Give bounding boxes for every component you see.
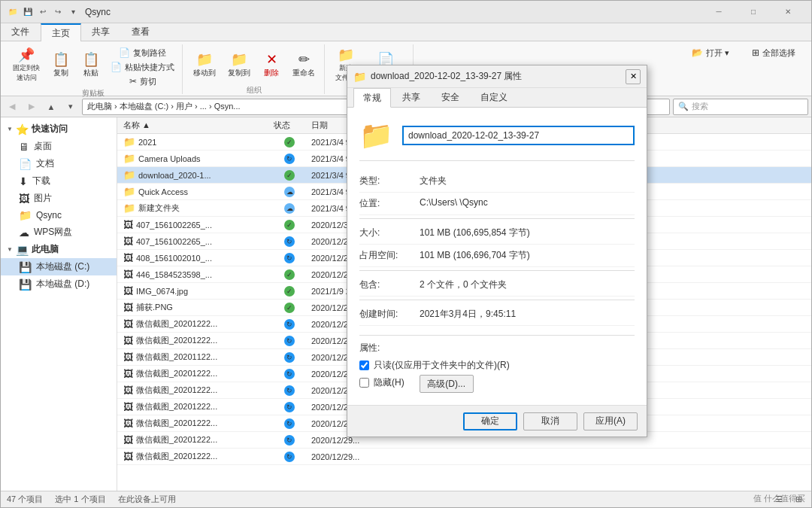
ok-button[interactable]: 确定 (463, 412, 517, 430)
dialog-tab-general[interactable]: 常规 (353, 88, 391, 108)
ribbon-tab-view[interactable]: 查看 (121, 23, 161, 41)
file-name-cell: 🖼 微信截图_20201222... (120, 401, 271, 412)
file-name-cell: 🖼 407_1561002265_... (120, 219, 271, 230)
file-name-cell: 📁 download_2020-1... (120, 169, 271, 181)
prop-size-label: 大小: (359, 222, 420, 245)
ribbon-tab-share[interactable]: 共享 (81, 23, 121, 41)
select-all-label: 全部选择 (762, 47, 795, 59)
copy-to-icon: 📁 (231, 53, 247, 66)
dialog-tab-sharing[interactable]: 共享 (392, 88, 430, 107)
readonly-checkbox[interactable] (359, 360, 369, 370)
copy-path-label: 复制路径 (133, 47, 166, 59)
dialog-close-button[interactable]: ✕ (626, 69, 641, 84)
file-status-cell: ↻ (271, 253, 308, 263)
address-path: 此电脑 › 本地磁盘 (C:) › 用户 › ... › Qsyn... (87, 101, 241, 112)
copy-to-button[interactable]: 📁 复制到 (223, 46, 255, 85)
readonly-label: 只读(仅应用于文件夹中的文件)(R) (374, 359, 510, 372)
file-name: IMG_0674.jpg (136, 287, 188, 296)
prop-contains-label: 包含: (359, 274, 420, 297)
sidebar-quick-access-header[interactable]: ▼ ⭐ 快速访问 (1, 120, 117, 138)
sidebar-item-docs[interactable]: 📄 文档 (1, 155, 117, 172)
undo-icon: ↩ (37, 6, 49, 18)
prop-location-value: C:\Users\ \Qsync (420, 193, 635, 215)
wps-label: WPS网盘 (34, 226, 72, 239)
move-to-button[interactable]: 📁 移动到 (189, 46, 220, 85)
dialog-name-input[interactable] (402, 126, 635, 145)
file-name-cell: 🖼 446_1584523598_... (120, 269, 271, 280)
delete-label: 删除 (264, 68, 279, 78)
select-all-button[interactable]: ⊞ 全部选择 (744, 46, 804, 59)
ribbon-group-right: 📂 打开 ▾ ⊞ 全部选择 (676, 44, 808, 94)
col-header-status[interactable]: 状态 (271, 117, 308, 133)
copy-path-button[interactable]: 📄 复制路径 (108, 46, 177, 59)
cut-button[interactable]: ✂ 剪切 (108, 75, 177, 88)
paste-shortcut-button[interactable]: 📄 粘贴快捷方式 (108, 60, 177, 74)
pin-icon: 📌 (18, 48, 35, 62)
pin-button[interactable]: 📌 固定到快速访问 (8, 46, 44, 85)
status-indicator: ↻ (284, 402, 295, 412)
dialog-tab-security[interactable]: 安全 (432, 88, 469, 107)
dropdown-icon[interactable]: ▾ (67, 6, 79, 18)
status-indicator: ✓ (284, 303, 295, 313)
ribbon-tab-file[interactable]: 文件 (1, 23, 41, 41)
file-name: Quick Access (138, 187, 188, 196)
maximize-button[interactable]: □ (736, 1, 771, 23)
ribbon-tab-home[interactable]: 主页 (41, 23, 81, 41)
delete-button[interactable]: ✕ 删除 (258, 46, 285, 85)
hidden-checkbox[interactable] (359, 378, 369, 388)
file-name: 微信截图_20201122... (136, 351, 217, 363)
file-status-cell: ↻ (271, 319, 308, 330)
pictures-label: 图片 (34, 192, 52, 205)
status-indicator: ✓ (284, 220, 295, 230)
hidden-row: 隐藏(H) (359, 376, 404, 389)
title-bar-controls: ─ □ ✕ (701, 1, 805, 23)
recent-button[interactable]: ▾ (62, 99, 79, 115)
paste-shortcut-label: 粘贴快捷方式 (125, 62, 174, 73)
advanced-button[interactable]: 高级(D)... (420, 375, 474, 393)
file-type-icon: 🖼 (123, 385, 133, 396)
readonly-row: 只读(仅应用于文件夹中的文件)(R) (359, 359, 635, 372)
col-header-name[interactable]: 名称 ▲ (120, 117, 271, 133)
dialog-props: 类型: 文件夹 位置: C:\Users\ \Qsync 大小: 101 MB … (359, 170, 635, 326)
apply-button[interactable]: 应用(A) (583, 412, 638, 430)
status-indicator: ✓ (284, 269, 295, 280)
open-button[interactable]: 📂 打开 ▾ (680, 46, 741, 59)
dialog-tab-custom[interactable]: 自定义 (471, 88, 517, 107)
sidebar-item-drive-c[interactable]: 💾 本地磁盘 (C:) (1, 258, 117, 275)
ribbon-group-clipboard: 📌 固定到快速访问 📋 复制 📋 粘贴 📄 复制路径 (4, 44, 183, 94)
status-indicator: ✓ (284, 137, 295, 148)
file-name-cell: 🖼 微信截图_20201222... (120, 318, 271, 330)
sidebar-item-qsync[interactable]: 📁 Qsync (1, 207, 117, 224)
search-box[interactable]: 🔍 搜索 (673, 99, 808, 115)
sidebar-item-drive-d[interactable]: 💾 本地磁盘 (D:) (1, 275, 117, 293)
status-indicator: ↻ (284, 385, 295, 396)
cancel-button[interactable]: 取消 (523, 412, 577, 430)
title-bar-icons: 📁 💾 ↩ ↪ ▾ (7, 6, 79, 18)
rename-label: 重命名 (292, 68, 315, 78)
quick-access-arrow: ▼ (7, 126, 13, 132)
status-indicator: ✓ (284, 286, 295, 297)
close-button[interactable]: ✕ (771, 1, 805, 23)
paste-button[interactable]: 📋 粘贴 (77, 46, 105, 85)
file-name: download_2020-1... (138, 171, 211, 180)
minimize-button[interactable]: ─ (701, 1, 736, 23)
wps-icon: ☁ (19, 227, 29, 239)
sidebar-item-pictures[interactable]: 🖼 图片 (1, 190, 117, 207)
sidebar-item-wps[interactable]: ☁ WPS网盘 (1, 224, 117, 241)
sidebar-item-downloads[interactable]: ⬇ 下载 (1, 172, 117, 190)
view-details-icon[interactable]: ☰ (772, 493, 786, 506)
up-button[interactable]: ▲ (43, 99, 59, 115)
file-type-icon: 🖼 (123, 335, 133, 346)
ribbon-group-items-clipboard: 📌 固定到快速访问 📋 复制 📋 粘贴 📄 复制路径 (8, 44, 177, 88)
table-row[interactable]: 🖼 微信截图_20201222... ↻ 2020/12/29... (117, 449, 811, 465)
file-name: 微信截图_20201222... (136, 434, 217, 446)
sidebar-item-desktop[interactable]: 🖥 桌面 (1, 138, 117, 155)
sidebar-thispc-header[interactable]: ▼ 💻 此电脑 (1, 241, 117, 258)
view-tiles-icon[interactable]: ⊞ (792, 493, 805, 506)
forward-button[interactable]: ▶ (23, 99, 40, 115)
back-button[interactable]: ◀ (4, 99, 20, 115)
copy-button[interactable]: 📋 复制 (47, 46, 74, 85)
file-type-icon: 🖼 (123, 351, 133, 363)
paste-icon: 📋 (83, 53, 99, 66)
rename-button[interactable]: ✏ 重命名 (288, 46, 320, 85)
